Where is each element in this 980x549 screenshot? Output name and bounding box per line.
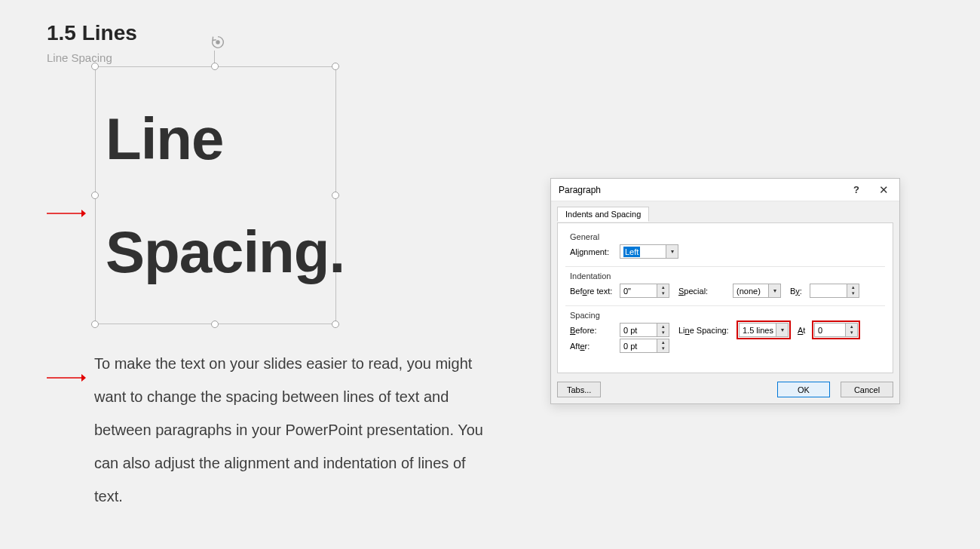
page-title: 1.5 Lines <box>47 21 137 45</box>
spacing-after-label: After: <box>570 342 615 351</box>
cancel-button[interactable]: Cancel <box>841 382 893 397</box>
alignment-label: Alignment: <box>570 247 615 256</box>
rotation-handle-icon[interactable] <box>210 34 226 51</box>
chevron-down-icon[interactable]: ▾ <box>776 324 788 336</box>
group-label-indentation: Indentation <box>570 271 885 281</box>
page-subtitle: Line Spacing <box>47 51 112 64</box>
ok-button[interactable]: OK <box>777 382 830 397</box>
before-text-value: 0" <box>623 287 657 296</box>
line-spacing-combo[interactable]: 1.5 lines ▾ <box>739 323 789 337</box>
selection-handle-mid-left[interactable] <box>91 192 99 199</box>
spacing-before-spinner[interactable]: 0 pt ▴▾ <box>620 323 669 337</box>
spacing-after-value: 0 pt <box>623 342 657 351</box>
at-label: At <box>798 326 810 335</box>
before-text-spinner[interactable]: 0" ▴▾ <box>620 284 669 298</box>
alignment-combo[interactable]: Left ▾ <box>620 244 678 259</box>
special-label: Special: <box>678 287 713 296</box>
selection-handle-top-mid[interactable] <box>211 63 219 70</box>
svg-marker-2 <box>81 210 86 217</box>
tabs-button[interactable]: Tabs... <box>557 382 601 397</box>
selection-handle-top-right[interactable] <box>332 63 339 70</box>
selection-handle-bot-right[interactable] <box>332 321 339 328</box>
svg-point-0 <box>216 41 219 44</box>
arrow-icon <box>47 208 86 219</box>
chevron-down-icon[interactable]: ▾ <box>666 245 678 258</box>
close-button[interactable]: ✕ <box>871 179 896 201</box>
group-label-general: General <box>570 232 885 241</box>
line-spacing-value: 1.5 lines <box>743 326 773 335</box>
textbox-line2: Spacing. <box>106 219 332 287</box>
spacing-before-value: 0 pt <box>623 326 657 335</box>
before-text-label: Before text: <box>570 287 615 296</box>
selection-handle-bot-mid[interactable] <box>211 321 219 328</box>
special-value: (none) <box>737 287 761 296</box>
at-spinner[interactable]: 0 ▴▾ <box>814 323 858 337</box>
by-spinner[interactable]: ▴▾ <box>810 284 859 298</box>
help-button[interactable]: ? <box>844 179 869 201</box>
dialog-panel: General Alignment: Left ▾ Indentation Be… <box>557 222 893 373</box>
dialog-titlebar[interactable]: Paragraph ? ✕ <box>551 179 899 201</box>
chevron-down-icon[interactable]: ▾ <box>768 284 780 297</box>
selection-handle-top-left[interactable] <box>91 63 99 70</box>
description-text: To make the text on your slides easier t… <box>94 347 494 513</box>
spacing-before-label: Before: <box>570 326 615 335</box>
dialog-title: Paragraph <box>559 185 601 195</box>
spacing-after-spinner[interactable]: 0 pt ▴▾ <box>620 339 669 353</box>
textbox-content[interactable]: Line Spacing. <box>106 106 332 286</box>
tab-indents-spacing[interactable]: Indents and Spacing <box>557 207 649 222</box>
paragraph-dialog: Paragraph ? ✕ Indents and Spacing Genera… <box>550 178 900 404</box>
group-label-spacing: Spacing <box>570 311 885 320</box>
textbox-line1: Line <box>106 106 332 173</box>
selection-handle-mid-right[interactable] <box>332 192 339 199</box>
arrow-icon <box>47 373 86 383</box>
line-spacing-label: Line Spacing: <box>678 326 734 335</box>
by-label: By: <box>790 287 805 296</box>
svg-marker-4 <box>81 374 86 382</box>
alignment-value: Left <box>623 247 640 257</box>
special-combo[interactable]: (none) ▾ <box>733 284 781 298</box>
at-value: 0 <box>818 326 845 335</box>
selection-handle-bot-left[interactable] <box>91 321 99 328</box>
